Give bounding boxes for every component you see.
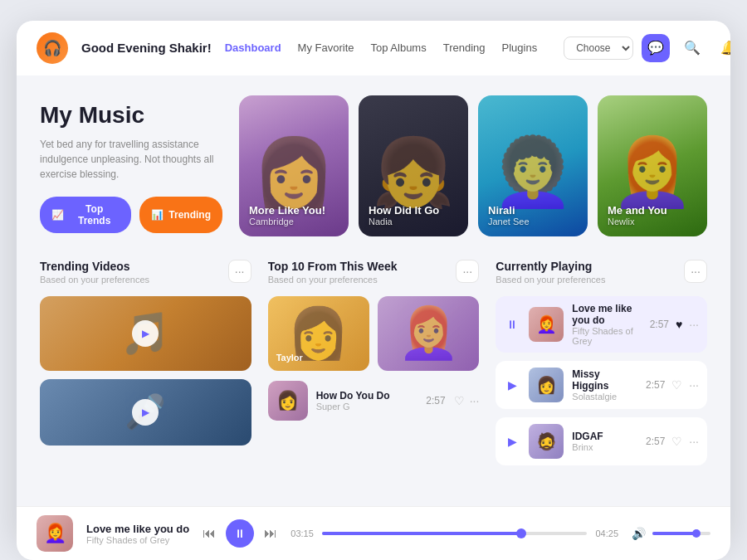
play-pause-button[interactable]: ⏸ (226, 519, 254, 540)
volume-icon[interactable]: 🔊 (632, 527, 646, 540)
current-time: 03:15 (290, 528, 314, 538)
top10-header: Top 10 From This Week Based on your pref… (268, 260, 480, 285)
nav-item-plugins[interactable]: Plugins (502, 41, 538, 54)
album-card-0[interactable]: 👩 More Like You! Cambridge (239, 95, 349, 236)
my-music-panel: My Music Yet bed any for travelling assi… (40, 95, 222, 233)
track-duration-0: 2:57 (426, 395, 445, 407)
album-artist-0: Cambridge (249, 217, 325, 226)
header: 🎧 Good Evening Shakir! Dashboard My Favo… (17, 21, 730, 75)
player-thumb: 👩‍🦰 (37, 515, 73, 540)
progress-track[interactable] (322, 532, 588, 535)
player-artist: Fifty Shades of Grey (86, 535, 189, 540)
track-thumb-0: 👩 (268, 381, 308, 421)
playing-like-1[interactable]: ♡ (671, 378, 682, 392)
track-large-thumb-2[interactable]: 👩‍🦰 (378, 296, 479, 371)
playing-thumb-2: 🧔 (529, 424, 564, 459)
next-button[interactable]: ⏭ (264, 526, 277, 540)
album-card-2[interactable]: 👩‍🦱 Nirali Janet See (478, 95, 588, 236)
player-controls: ⏮ ⏸ ⏭ (203, 519, 277, 540)
playing-more-2[interactable]: ··· (689, 435, 699, 448)
header-right: Choose Pop Rock Jazz 💬 🔍 🔔 (564, 34, 730, 62)
volume-dot (692, 529, 701, 538)
trending-videos-title: Trending Videos (40, 260, 149, 273)
playing-artist-0: Fifty Shades of Grey (572, 326, 641, 346)
prev-button[interactable]: ⏮ (203, 526, 216, 540)
play-button-track-2[interactable]: ▶ (504, 433, 520, 450)
playing-info-0: Love me like you do Fifty Shades of Grey (572, 303, 641, 346)
top10-more-btn[interactable]: ··· (456, 260, 479, 283)
nav-item-topalbums[interactable]: Top Albums (371, 41, 427, 54)
track-info-0: How Do You Do Super G (316, 390, 418, 411)
player-name: Love me like you do (86, 523, 189, 535)
play-button-2[interactable]: ▶ (132, 399, 159, 426)
currently-playing-more-btn[interactable]: ··· (684, 260, 707, 283)
track-item-0[interactable]: 👩 How Do You Do Super G 2:57 ♡ ··· (268, 381, 480, 421)
playing-thumb-0: 👩‍🦰 (529, 307, 564, 342)
track-actions-0: ♡ ··· (454, 394, 480, 407)
playing-more-1[interactable]: ··· (689, 378, 699, 392)
currently-playing-header: Currently Playing Based on your preferen… (496, 260, 707, 285)
track-artist-0: Super G (316, 402, 418, 411)
main-nav: Dashboard My Favorite Top Albums Trendin… (225, 41, 537, 54)
pause-button-0[interactable]: ⏸ (504, 316, 520, 333)
top10-subtitle: Based on your preferences (268, 275, 398, 285)
album-name-1: How Did It Go (369, 204, 439, 217)
bars-icon: 📊 (151, 209, 164, 221)
play-button-1[interactable]: ▶ (132, 320, 159, 347)
volume-fill (652, 532, 696, 535)
album-cards: 👩 More Like You! Cambridge 👧 How Did It … (239, 95, 707, 236)
track-large-thumb[interactable]: 👩 Taylor (268, 296, 369, 371)
total-time: 04:25 (595, 528, 618, 538)
top-trends-button[interactable]: 📈 Top Trends (40, 197, 131, 233)
trending-videos-header: Trending Videos Based on your preference… (40, 260, 251, 285)
playing-like-0[interactable]: ♥ (676, 318, 682, 331)
trending-button[interactable]: 📊 Trending (139, 197, 222, 233)
nav-item-trending[interactable]: Trending (443, 41, 486, 54)
hero-buttons: 📈 Top Trends 📊 Trending (40, 197, 222, 233)
search-icon: 🔍 (684, 40, 701, 56)
trending-videos-section: Trending Videos Based on your preference… (40, 260, 251, 474)
bell-icon-btn[interactable]: 🔔 (715, 34, 730, 62)
video-thumb-2[interactable]: 🎤 ▶ (40, 379, 251, 446)
nav-item-dashboard[interactable]: Dashboard (225, 41, 281, 54)
track-more-btn-0[interactable]: ··· (470, 394, 480, 407)
currently-playing-section: Currently Playing Based on your preferen… (496, 260, 707, 474)
bottom-sections: Trending Videos Based on your preference… (40, 260, 707, 540)
player-info: Love me like you do Fifty Shades of Grey (86, 523, 189, 540)
app-container: 🎧 Good Evening Shakir! Dashboard My Favo… (17, 21, 730, 540)
hero-description: Yet bed any for travelling assistance in… (40, 137, 222, 182)
trending-videos-more-btn[interactable]: ··· (228, 260, 251, 283)
playing-like-2[interactable]: ♡ (671, 435, 682, 448)
volume-track[interactable] (652, 532, 710, 535)
album-artist-3: Newlix (608, 217, 667, 226)
album-name-2: Nirali (488, 204, 530, 217)
playing-name-2: IDGAF (572, 431, 637, 442)
nav-item-favorite[interactable]: My Favorite (298, 41, 354, 54)
search-icon-btn[interactable]: 🔍 (678, 34, 706, 62)
like-button-0[interactable]: ♡ (454, 394, 465, 407)
bell-icon: 🔔 (720, 40, 730, 56)
video-thumb-1[interactable]: 🎵 ▶ (40, 296, 251, 371)
playing-item-0[interactable]: ⏸ 👩‍🦰 Love me like you do Fifty Shades o… (496, 296, 707, 353)
playing-item-2[interactable]: ▶ 🧔 IDGAF Brinx 2:57 ♡ ··· (496, 417, 707, 465)
playing-artist-2: Brinx (572, 442, 637, 452)
playing-info-2: IDGAF Brinx (572, 431, 637, 452)
playing-actions-1: 2:57 ♡ ··· (646, 378, 699, 392)
album-card-1[interactable]: 👧 How Did It Go Nadia (359, 95, 468, 236)
bottom-player: 👩‍🦰 Love me like you do Fifty Shades of … (17, 506, 730, 540)
top10-title: Top 10 From This Week (268, 260, 398, 273)
trending-videos-subtitle: Based on your preferences (40, 275, 149, 285)
play-button-track-1[interactable]: ▶ (504, 377, 520, 393)
album-card-3[interactable]: 👩‍🦰 Me and You Newlix (598, 95, 707, 236)
choose-select[interactable]: Choose Pop Rock Jazz (564, 37, 633, 60)
currently-playing-title: Currently Playing (496, 260, 605, 273)
avatar[interactable]: 🎧 (37, 32, 68, 64)
playing-info-1: Missy Higgins Solastalgie (572, 368, 637, 402)
track-name-0: How Do You Do (316, 390, 418, 402)
progress-fill (322, 532, 521, 535)
playing-item-1[interactable]: ▶ 👩 Missy Higgins Solastalgie 2:57 ♡ ··· (496, 361, 707, 409)
album-name-3: Me and You (608, 204, 667, 217)
progress-dot (516, 528, 526, 538)
playing-more-0[interactable]: ··· (689, 318, 699, 331)
chat-icon-btn[interactable]: 💬 (642, 34, 670, 62)
